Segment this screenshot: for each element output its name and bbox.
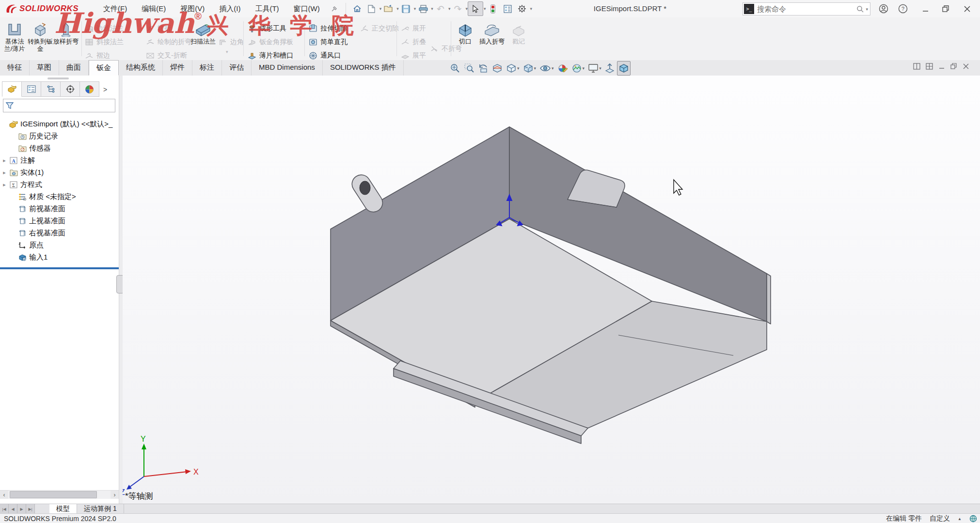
sheet-metal-gusset-button[interactable]: 钣金角撑板 — [247, 36, 293, 48]
tab-weldments[interactable]: 焊件 — [163, 60, 192, 76]
tab-markup[interactable]: 标注 — [192, 60, 222, 76]
search-caret-icon[interactable]: ▾ — [866, 7, 868, 12]
tree-item-solid-bodies[interactable]: ▸ 实体(1) — [0, 167, 119, 179]
convert-to-sheet-metal-button[interactable]: 转换到钣金 — [28, 19, 53, 58]
tab-strip-expand-icon[interactable]: > — [99, 82, 111, 97]
tab-features[interactable]: 特征 — [0, 60, 30, 76]
select-cursor-icon[interactable] — [468, 1, 483, 16]
last-tab-icon[interactable]: ▶| — [26, 504, 35, 514]
normal-cut-button[interactable]: 正交切除 — [360, 22, 399, 35]
tab-surfaces[interactable]: 曲面 — [59, 60, 89, 76]
base-flange-button[interactable]: 基体法兰/薄片 — [2, 19, 27, 58]
stamp-button[interactable]: 戳记 — [507, 19, 530, 58]
tab-sheet-metal[interactable]: 钣金 — [89, 60, 119, 76]
tree-item-front-plane[interactable]: 前视基准面 — [0, 203, 119, 215]
jog-button[interactable]: 转折 — [145, 22, 171, 35]
tab-evaluate[interactable]: 评估 — [222, 60, 252, 76]
tree-item-right-plane[interactable]: 右视基准面 — [0, 227, 119, 239]
hide-show-caret-icon[interactable]: ▾ — [552, 66, 554, 71]
tree-filter-box[interactable] — [3, 99, 115, 112]
menu-window[interactable]: 窗口(W) — [286, 0, 327, 17]
graphics-viewport[interactable]: Y X Z *等轴测 — [123, 76, 980, 504]
tab-configuration-manager[interactable] — [41, 81, 61, 97]
new-document-icon[interactable] — [364, 2, 379, 15]
sketched-bend-button[interactable]: 绘制的折弯 — [145, 36, 191, 48]
tree-item-material[interactable]: 材质 <未指定> — [0, 191, 119, 203]
previous-view-icon[interactable] — [477, 62, 490, 75]
status-customize[interactable]: 自定义 — [930, 514, 950, 523]
undo-icon[interactable]: ↶ — [433, 2, 448, 15]
view-orientation-icon[interactable]: ▾ — [505, 62, 521, 75]
rebuild-traffic-light-icon[interactable] — [486, 2, 500, 15]
apply-scene-icon[interactable]: ▾ — [570, 62, 586, 75]
menu-tools[interactable]: 工具(T) — [248, 0, 286, 17]
options-gear-icon[interactable] — [515, 2, 529, 15]
scroll-right-icon[interactable]: › — [111, 491, 119, 499]
tree-item-top-plane[interactable]: 上视基准面 — [0, 215, 119, 227]
tab-featuremanager-tree[interactable] — [2, 81, 22, 97]
edge-flange-button[interactable]: 边线法兰 — [84, 22, 124, 35]
tab-sketch[interactable]: 草图 — [30, 60, 59, 76]
help-icon[interactable]: ? — [895, 0, 911, 17]
first-tab-icon[interactable]: |◀ — [0, 504, 9, 514]
search-input[interactable] — [756, 4, 855, 14]
search-icon[interactable] — [856, 5, 864, 13]
rollback-bar[interactable] — [0, 267, 119, 269]
tree-item-history[interactable]: 历史记录 — [0, 130, 119, 142]
close-icon[interactable] — [959, 0, 975, 17]
expand-arrow-icon[interactable]: ▸ — [0, 169, 9, 176]
tab-display-manager[interactable] — [80, 81, 99, 97]
next-tab-icon[interactable]: ▶ — [17, 504, 26, 514]
tree-item-sensors[interactable]: 传感器 — [0, 142, 119, 154]
search-command-box[interactable]: >_ ▾ — [743, 2, 870, 15]
tree-item-annotations[interactable]: ▸ A 注解 — [0, 154, 119, 167]
display-style-caret-icon[interactable]: ▾ — [534, 66, 537, 71]
zoom-area-icon[interactable] — [463, 62, 475, 75]
fold-button[interactable]: 折叠 — [400, 36, 426, 48]
save-icon[interactable] — [399, 2, 413, 15]
corner-caret-icon[interactable]: ▾ — [226, 49, 228, 54]
tree-item-imported1[interactable]: 输入1 — [0, 251, 119, 263]
account-icon[interactable] — [875, 0, 892, 17]
restore-icon[interactable] — [937, 0, 954, 17]
file-properties-icon[interactable] — [500, 2, 515, 15]
tab-motion-study[interactable]: 运动算例 1 — [77, 504, 124, 514]
miter-flange-button[interactable]: 斜接法兰 — [84, 36, 124, 48]
prev-tab-icon[interactable]: ◀ — [9, 504, 17, 514]
expand-arrow-icon[interactable]: ▸ — [0, 182, 9, 188]
options-caret-icon[interactable]: ▾ — [530, 6, 532, 11]
hide-show-items-icon[interactable]: ▾ — [538, 62, 555, 75]
lofted-bend-button[interactable]: 放样折弯 — [53, 19, 79, 58]
tab-dimxpert-manager[interactable] — [61, 81, 80, 97]
menu-insert[interactable]: 插入(I) — [212, 0, 248, 17]
scroll-left-icon[interactable]: ‹ — [0, 491, 8, 499]
tree-horizontal-scrollbar[interactable]: ‹ › — [0, 490, 119, 499]
tree-item-equations[interactable]: ▸ Σ 方程式 — [0, 179, 119, 191]
unfold-button[interactable]: 展开 — [400, 22, 426, 35]
view-settings-caret-icon[interactable]: ▾ — [599, 66, 601, 71]
corner-button[interactable]: 边角 — [218, 36, 244, 48]
doc-restore-icon[interactable] — [950, 63, 957, 70]
tab-structure-system[interactable]: 结构系统 — [119, 60, 163, 76]
pane-grid-icon[interactable] — [926, 63, 933, 70]
apply-scene-caret-icon[interactable]: ▾ — [583, 66, 585, 71]
view-cube-icon[interactable] — [617, 61, 631, 76]
section-view-icon[interactable] — [491, 62, 504, 75]
pane-split-icon[interactable] — [913, 63, 920, 70]
tab-property-manager[interactable] — [22, 81, 41, 97]
tab-model[interactable]: 模型 — [49, 504, 77, 514]
menu-edit[interactable]: 编辑(E) — [134, 0, 173, 17]
print-icon[interactable] — [416, 2, 430, 15]
customize-caret-icon[interactable]: ▲ — [958, 517, 962, 521]
scrollbar-thumb[interactable] — [10, 491, 97, 498]
menu-file[interactable]: 文件(F) — [96, 0, 134, 17]
menu-view[interactable]: 视图(V) — [173, 0, 212, 17]
simple-hole-button[interactable]: 简单直孔 — [308, 36, 348, 48]
doc-close-icon[interactable] — [963, 63, 969, 70]
view-settings-icon[interactable]: ▾ — [587, 62, 602, 75]
online-globe-icon[interactable] — [969, 515, 977, 523]
tree-item-origin[interactable]: 原点 — [0, 239, 119, 251]
home-icon[interactable] — [350, 2, 364, 15]
view-orientation-caret-icon[interactable]: ▾ — [517, 66, 520, 71]
edit-appearance-icon[interactable] — [556, 62, 569, 75]
